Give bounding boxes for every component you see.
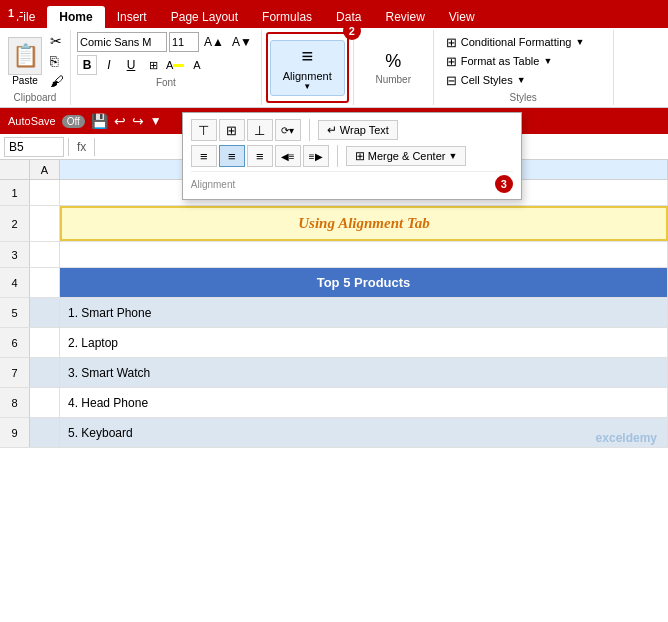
table-row: 5 1. Smart Phone: [0, 298, 668, 328]
title-cell[interactable]: Using Alignment Tab: [60, 206, 668, 241]
merge-center-button[interactable]: ⊞ Merge & Center ▼: [346, 146, 467, 166]
table-row: 9 5. Keyboard exceldemy: [0, 418, 668, 448]
data-cell[interactable]: 1. Smart Phone: [60, 298, 668, 327]
table-row: 2 Using Alignment Tab: [0, 206, 668, 242]
orientation-button[interactable]: ⟳▾: [275, 119, 301, 141]
clipboard-group: 📋 Paste ✂ ⎘ 🖌 Clipboard: [0, 30, 71, 105]
redo-icon[interactable]: ↪: [132, 113, 144, 129]
clipboard-group-content: 📋 Paste ✂ ⎘ 🖌: [4, 32, 66, 90]
cell[interactable]: [30, 268, 60, 297]
undo-icon[interactable]: ↩: [114, 113, 126, 129]
alignment-big-button[interactable]: ≡ Alignment ▼: [270, 40, 345, 96]
conditional-formatting-button[interactable]: ⊞ Conditional Formatting ▼: [440, 33, 607, 52]
cut-button[interactable]: ✂: [48, 32, 66, 50]
format-as-table-button[interactable]: ⊞ Format as Table ▼: [440, 52, 607, 71]
ribbon-tabs: 1 File Home Insert Page Layout Formulas …: [0, 0, 668, 28]
fill-color-button[interactable]: A: [165, 55, 185, 75]
copy-button[interactable]: ⎘: [48, 52, 66, 70]
badge-3: 3: [495, 175, 513, 193]
styles-label: Styles: [440, 92, 607, 103]
cell[interactable]: [30, 180, 60, 205]
row-num: 5: [0, 298, 30, 327]
align-top-button[interactable]: ⊤: [191, 119, 217, 141]
merge-dropdown-arrow: ▼: [448, 151, 457, 161]
indent-increase-button[interactable]: ≡▶: [303, 145, 329, 167]
italic-button[interactable]: I: [99, 55, 119, 75]
cell-styles-arrow: ▼: [517, 75, 526, 85]
paste-button[interactable]: 📋 Paste: [4, 35, 46, 88]
cond-fmt-icon: ⊞: [446, 35, 457, 50]
autosave-state: Off: [67, 116, 80, 127]
col-header-a[interactable]: A: [30, 160, 60, 179]
data-cell[interactable]: 4. Head Phone: [60, 388, 668, 417]
tab-view[interactable]: View: [437, 6, 487, 28]
cell-ref-input[interactable]: [4, 137, 64, 157]
clipboard-sub-buttons: ✂ ⎘ 🖌: [48, 32, 66, 90]
cond-fmt-arrow: ▼: [575, 37, 584, 47]
row-num: 8: [0, 388, 30, 417]
merge-icon: ⊞: [355, 149, 365, 163]
watermark: exceldemy: [596, 431, 657, 445]
wrap-text-button[interactable]: ↵ Wrap Text: [318, 120, 398, 140]
data-cell[interactable]: 2. Laptop: [60, 328, 668, 357]
cell-styles-icon: ⊟: [446, 73, 457, 88]
format-painter-button[interactable]: 🖌: [48, 72, 66, 90]
align-right-button[interactable]: ≡: [247, 145, 273, 167]
cell[interactable]: [30, 418, 60, 447]
tab-review[interactable]: Review: [373, 6, 436, 28]
table-row: 7 3. Smart Watch: [0, 358, 668, 388]
header-cell[interactable]: Top 5 Products: [60, 268, 668, 297]
bold-button[interactable]: B: [77, 55, 97, 75]
font-label: Font: [77, 77, 255, 88]
ribbon: 📋 Paste ✂ ⎘ 🖌 Clipboard A▲ A▼ B: [0, 28, 668, 108]
align-middle-button[interactable]: ⊞: [219, 119, 245, 141]
tab-insert[interactable]: Insert: [105, 6, 159, 28]
autosave-toggle[interactable]: Off: [62, 115, 85, 128]
font-size-down-icon[interactable]: A▼: [229, 33, 255, 51]
number-format-select[interactable]: %: [385, 51, 401, 72]
align-center-button[interactable]: ≡: [219, 145, 245, 167]
table-row: 8 4. Head Phone: [0, 388, 668, 418]
data-cell[interactable]: 3. Smart Watch: [60, 358, 668, 387]
alignment-box: ≡ Alignment ▼: [266, 32, 349, 103]
alignment-popup-label: Alignment 3: [191, 171, 513, 193]
row-num: 3: [0, 242, 30, 267]
font-color-button[interactable]: A: [187, 55, 207, 75]
underline-button[interactable]: U: [121, 55, 141, 75]
save-icon[interactable]: 💾: [91, 113, 108, 129]
row-header-corner: [0, 160, 30, 179]
indent-decrease-button[interactable]: ◀≡: [275, 145, 301, 167]
cell[interactable]: [30, 388, 60, 417]
cell[interactable]: [30, 298, 60, 327]
cell[interactable]: [30, 242, 60, 267]
alignment-dropdown-arrow: ▼: [303, 82, 311, 91]
cell[interactable]: [60, 242, 668, 267]
function-wizard-icon[interactable]: fx: [73, 139, 90, 155]
tab-page-layout[interactable]: Page Layout: [159, 6, 250, 28]
number-label: Number: [375, 74, 411, 85]
font-size-up-icon[interactable]: A▲: [201, 33, 227, 51]
cell-styles-button[interactable]: ⊟ Cell Styles ▼: [440, 71, 607, 90]
table-row: 3: [0, 242, 668, 268]
tab-formulas[interactable]: Formulas: [250, 6, 324, 28]
table-row: 4 Top 5 Products: [0, 268, 668, 298]
badge-2: 2: [343, 22, 361, 40]
align-bottom-button[interactable]: ⊥: [247, 119, 273, 141]
cell[interactable]: [30, 328, 60, 357]
customize-icon[interactable]: ▼: [150, 114, 162, 128]
fmt-table-arrow: ▼: [543, 56, 552, 66]
font-size-input[interactable]: [169, 32, 199, 52]
data-cell[interactable]: 5. Keyboard exceldemy: [60, 418, 668, 447]
row-num: 1: [0, 180, 30, 205]
cell[interactable]: [30, 358, 60, 387]
font-group: A▲ A▼ B I U ⊞ A A Font: [71, 30, 262, 105]
alignment-icon: ≡: [301, 45, 313, 68]
badge-1: 1: [2, 4, 20, 22]
align-left-button[interactable]: ≡: [191, 145, 217, 167]
font-name-input[interactable]: [77, 32, 167, 52]
cell[interactable]: [30, 206, 60, 241]
border-button[interactable]: ⊞: [143, 55, 163, 75]
tab-home[interactable]: Home: [47, 6, 104, 28]
fmt-table-icon: ⊞: [446, 54, 457, 69]
row-num: 9: [0, 418, 30, 447]
